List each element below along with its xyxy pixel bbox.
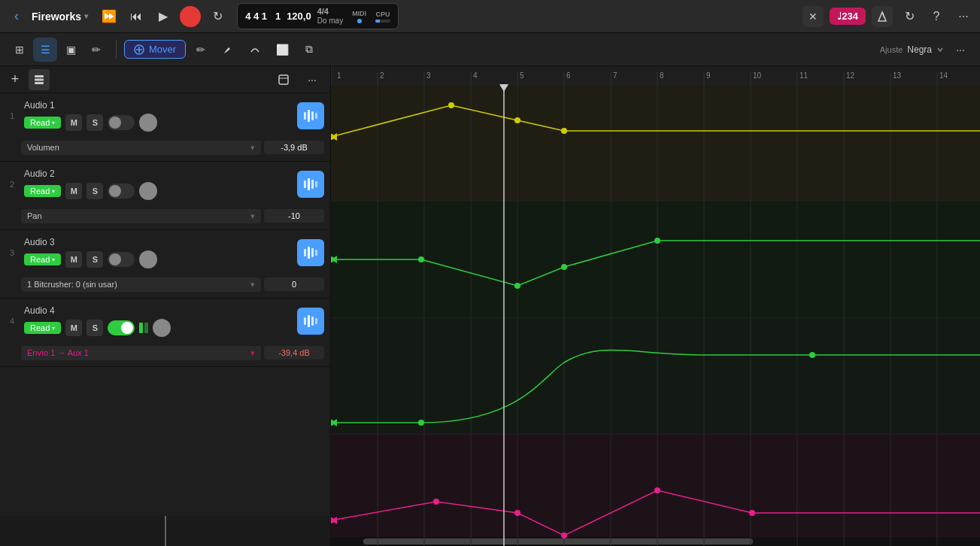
- track-4-param-row: Envío 1 → Aux 1 ▾ -39,4 dB: [0, 344, 330, 366]
- track-2-name: Audio 2: [24, 168, 291, 179]
- track-1-mute-button[interactable]: M: [65, 114, 82, 131]
- loop-button[interactable]: ↻: [207, 6, 228, 27]
- window-view-button[interactable]: ▣: [59, 38, 83, 62]
- svg-rect-12: [311, 111, 314, 120]
- svg-text:4: 4: [473, 71, 478, 80]
- track-3-read-button[interactable]: Read ▾: [24, 253, 61, 265]
- metronome-button[interactable]: [872, 6, 893, 27]
- track-4-param-label[interactable]: Envío 1 → Aux 1 ▾: [21, 346, 261, 360]
- more-toolbar-options[interactable]: ···: [948, 38, 972, 62]
- track-1-read-button[interactable]: Read ▾: [24, 117, 61, 129]
- toolbar-separator-1: [116, 41, 117, 59]
- header-scroll-indicator: [165, 516, 166, 546]
- svg-text:3: 3: [426, 71, 431, 80]
- track-3-volume-knob[interactable]: [139, 250, 157, 268]
- track-2-info: Audio 2 Read ▾ M S: [24, 168, 291, 200]
- track-2-row: 2 Audio 2 Read ▾ M S: [0, 162, 330, 207]
- track-2-toggle[interactable]: [108, 184, 135, 199]
- track-2-param-label[interactable]: Pan ▾: [21, 209, 261, 223]
- refresh-icon[interactable]: ↻: [899, 6, 920, 27]
- track-2-mute-button[interactable]: M: [65, 183, 82, 199]
- svg-rect-23: [308, 315, 310, 327]
- track-3-param-value[interactable]: 0: [264, 278, 324, 291]
- svg-rect-21: [315, 250, 317, 256]
- track-3-number: 3: [6, 248, 18, 257]
- toolbar: ⊞ ☰ ▣ ✏ Mover ✏ ⬜ ⧉ Ajuste Negra ···: [0, 33, 980, 66]
- track-1-section: 1 Audio 1 Read ▾ M S: [0, 93, 330, 162]
- svg-rect-24: [311, 317, 314, 326]
- track-3-solo-button[interactable]: S: [86, 251, 103, 268]
- svg-rect-18: [304, 249, 306, 256]
- svg-text:2: 2: [380, 71, 384, 80]
- track-4-volume-knob[interactable]: [153, 319, 171, 337]
- track-2-read-button[interactable]: Read ▾: [24, 185, 61, 197]
- track-1-param-value[interactable]: -3,9 dB: [264, 141, 324, 154]
- save-layout-button[interactable]: [272, 68, 296, 92]
- back-button[interactable]: ‹: [6, 6, 27, 27]
- track-1-icon[interactable]: [297, 102, 324, 129]
- play-button[interactable]: ▶: [153, 6, 174, 27]
- track-2-section: 2 Audio 2 Read ▾ M S: [0, 162, 330, 230]
- horizontal-scrollbar[interactable]: [331, 537, 980, 546]
- track-3-row: 3 Audio 3 Read ▾ M S: [0, 230, 330, 275]
- project-name[interactable]: Fireworks ▾: [32, 11, 88, 23]
- track-3-toggle[interactable]: [108, 252, 135, 267]
- svg-text:12: 12: [846, 71, 855, 80]
- track-headers: + ··· 1 Audio 1 Read ▾: [0, 66, 331, 546]
- badge-button[interactable]: ♩234: [830, 8, 866, 25]
- svg-rect-8: [279, 75, 288, 84]
- brush-tool-button[interactable]: [216, 38, 240, 62]
- key-display: Do may: [317, 17, 343, 26]
- track-4-mute-button[interactable]: M: [65, 320, 82, 336]
- pencil-tool-button[interactable]: ✏: [189, 38, 213, 62]
- track-1-toggle[interactable]: [108, 115, 135, 130]
- dismiss-button[interactable]: ✕: [803, 6, 824, 27]
- add-track-button[interactable]: +: [6, 71, 24, 89]
- track-1-solo-button[interactable]: S: [86, 114, 103, 131]
- track-2-solo-button[interactable]: S: [86, 183, 103, 199]
- record-button[interactable]: [180, 6, 201, 27]
- track-1-volume-knob[interactable]: [139, 114, 157, 132]
- track-4-toggle[interactable]: [108, 320, 135, 335]
- track-2-volume-knob[interactable]: [139, 182, 157, 200]
- track-4-read-button[interactable]: Read ▾: [24, 322, 61, 334]
- more-options-icon[interactable]: ···: [953, 6, 974, 27]
- track-4-number: 4: [6, 317, 18, 326]
- skip-back-button[interactable]: ⏮: [126, 6, 147, 27]
- header-more-button[interactable]: ···: [300, 68, 324, 92]
- track-3-mute-button[interactable]: M: [65, 251, 82, 268]
- layers-button[interactable]: [29, 69, 50, 90]
- scrollbar-thumb[interactable]: [363, 538, 753, 544]
- track-4-icon[interactable]: [297, 308, 324, 335]
- track-4-param-value[interactable]: -39,4 dB: [264, 346, 324, 359]
- list-view-button[interactable]: ☰: [33, 38, 57, 62]
- track-3-param-label[interactable]: 1 Bitcrusher: 0 (sin usar) ▾: [21, 278, 261, 292]
- grid-view-button[interactable]: ⊞: [8, 38, 32, 62]
- copy-tool-button[interactable]: ⧉: [297, 38, 321, 62]
- track-2-icon[interactable]: [297, 171, 324, 198]
- param4-chevron-icon: ▾: [250, 348, 255, 358]
- curve-tool-button[interactable]: [243, 38, 267, 62]
- param3-chevron-icon: ▾: [250, 280, 255, 290]
- arrange-area: 1 2 3 4 5 6 7 8 9 10 11: [331, 66, 980, 546]
- main-area: + ··· 1 Audio 1 Read ▾: [0, 66, 980, 546]
- pen-view-button[interactable]: ✏: [84, 38, 108, 62]
- track-2-param-value[interactable]: -10: [264, 209, 324, 223]
- position-display[interactable]: 4 4 1 1 120,0 4/4 Do may MIDI CPU: [237, 3, 399, 29]
- track-4-row: 4 Audio 4 Read ▾ M S: [0, 299, 330, 344]
- fast-forward-button[interactable]: ⏩: [99, 6, 120, 27]
- select-tool-button[interactable]: ⬜: [270, 38, 294, 62]
- track-3-info: Audio 3 Read ▾ M S: [24, 237, 291, 268]
- help-icon[interactable]: ?: [926, 6, 947, 27]
- svg-text:7: 7: [613, 71, 617, 80]
- svg-rect-15: [308, 178, 310, 190]
- ajuste-label: Ajuste: [880, 45, 903, 54]
- time-sig: 4/4: [317, 7, 343, 17]
- mover-tool-button[interactable]: Mover: [124, 40, 186, 59]
- tempo-display: 120,0: [287, 11, 311, 22]
- track-1-param-label[interactable]: Volumen ▾: [21, 141, 261, 155]
- track-3-name: Audio 3: [24, 237, 291, 247]
- track-4-solo-button[interactable]: S: [86, 320, 103, 336]
- track-3-icon[interactable]: [297, 239, 324, 266]
- send-indicator: [139, 323, 148, 333]
